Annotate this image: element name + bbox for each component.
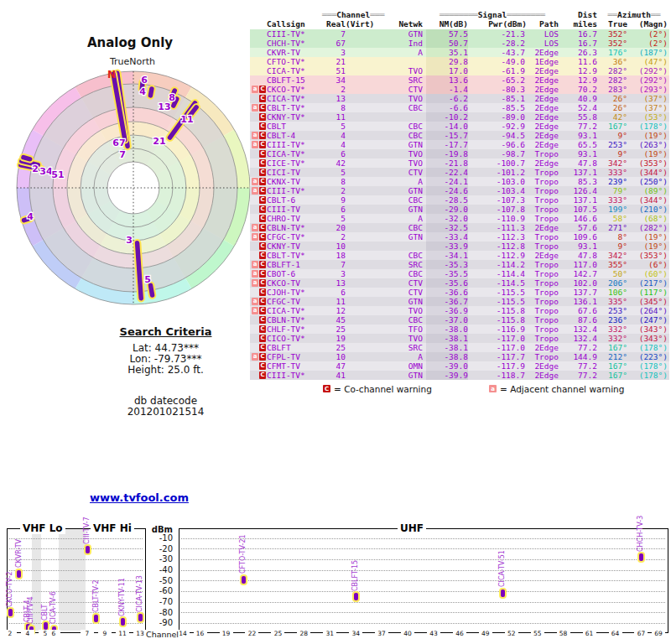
station-marker-CIII-TV-7 [84, 544, 91, 555]
height-value: Height: 25.0 ft. [63, 365, 268, 376]
adjacent-channel-warning-icon: a [252, 261, 258, 268]
azimuth-true-cell: 335° [601, 297, 627, 306]
nm-db-cell: 13.6 [426, 75, 468, 85]
dist-miles-cell: 117.0 [560, 260, 597, 269]
header-dist: Dist [578, 10, 597, 19]
tvfool-link[interactable]: www.tvfool.com [90, 491, 189, 504]
path-cell: Tropo [528, 315, 559, 325]
table-row: CBLFT-1534SRC13.6-65.22Edge12.9282°(292°… [250, 75, 669, 85]
real-channel-cell: 45 [322, 315, 346, 325]
dbm-gridline [181, 580, 665, 581]
station-label: CKVR-TV [15, 539, 23, 568]
col-true: True [601, 19, 627, 29]
network-cell: TVO [376, 306, 423, 315]
nm-db-cell: -34.1 [426, 251, 468, 260]
azimuth-true-cell: 26° [601, 94, 627, 103]
table-row: CCIII-TV6GTN-29.0-107.8Tropo107.5199°(21… [250, 205, 669, 214]
path-cell: 2Edge [528, 361, 559, 371]
radar-channel-label: 4 [27, 211, 34, 222]
nm-db-cell: -39.0 [426, 361, 468, 371]
co-channel-warning-icon: C [259, 288, 266, 296]
callsign-cell: CIII-TV* [267, 186, 322, 195]
real-channel-cell: 41 [322, 371, 346, 380]
col-netwk: Netwk [376, 19, 423, 29]
table-row: CHCH-TV*67Ind50.7-28.2LOS16.7352°(2°) [250, 39, 669, 48]
uhf-label: UHF [398, 522, 426, 534]
path-cell: Tropo [528, 242, 559, 251]
co-channel-warning-icon: C [259, 178, 266, 185]
station-label: CBLT-TV-2 [92, 580, 101, 613]
callsign-cell: CHRO-TV [267, 214, 322, 223]
nm-db-cell: -19.8 [426, 149, 468, 158]
nm-db-cell: -1.4 [426, 85, 468, 94]
virt-channel-cell [346, 29, 374, 39]
path-cell: Tropo [528, 149, 559, 158]
search-criteria: Search Criteria Lat: 44.73*** Lon: -79.7… [63, 325, 268, 376]
callsign-cell: CIII-TV* [267, 371, 322, 380]
real-channel-cell: 13 [322, 278, 346, 288]
table-row: CCICA-TV*13TVO-6.2-85.12Edge40.926°(37°) [250, 94, 669, 103]
nm-db-cell: -32.5 [426, 223, 468, 232]
virt-channel-cell [346, 214, 374, 223]
eq-rule: ══ [651, 10, 660, 19]
dbm-tick-label: -30 [148, 554, 173, 564]
azimuth-magn-cell: (345°) [631, 297, 668, 306]
dbm-gridline [9, 570, 143, 571]
co-channel-warning-icon: C [259, 141, 266, 148]
virt-channel-cell [346, 260, 374, 269]
azimuth-true-cell: 342° [601, 251, 627, 260]
channel-tick-label: 22 [245, 630, 258, 637]
pwr-dbm-cell: -117.7 [471, 352, 525, 361]
station-label: CBLFT-15 [351, 559, 360, 590]
pwr-dbm-cell: -103.4 [471, 186, 525, 195]
co-channel-warning-icon: C [259, 233, 266, 241]
network-cell: GTN [376, 371, 423, 380]
dist-miles-cell: 137.1 [560, 195, 597, 205]
table-header-groups: ═══Channel═══ ════════Signal════════ Dis… [0, 10, 671, 19]
path-cell: 2Edge [528, 103, 559, 112]
adjacent-channel-warning-icon: a [252, 141, 258, 148]
real-channel-cell: 21 [322, 57, 346, 66]
pwr-dbm-cell: -94.5 [471, 131, 525, 140]
channel-tick-label: 46 [453, 630, 466, 637]
path-cell: Tropo [528, 297, 559, 306]
dbm-gridline [181, 559, 665, 560]
table-row: CCBLT-TV*18CBC-34.1-112.92Edge47.8342°(3… [250, 251, 669, 260]
dist-miles-cell: 77.2 [560, 343, 597, 352]
pwr-dbm-cell: -85.5 [471, 103, 525, 112]
azimuth-magn-cell: (19°) [631, 131, 668, 140]
channel-tick-label: 58 [557, 630, 570, 637]
path-cell: Tropo [528, 177, 559, 186]
azimuth-true-cell: 355° [601, 260, 627, 269]
azimuth-magn-cell: (344°) [631, 168, 668, 177]
callsign-cell: CKNX-TV [267, 177, 322, 186]
pwr-dbm-cell: -114.4 [471, 269, 525, 278]
azimuth-magn-cell: (343°) [631, 334, 668, 343]
azimuth-magn-cell: (187°) [631, 48, 668, 57]
callsign-cell: CBLT-6 [267, 195, 322, 205]
channel-tick-label: 2 [3, 630, 17, 637]
callsign-cell: CBLT-4 [267, 131, 322, 140]
co-channel-warning-icon: C [259, 132, 266, 139]
table-row: CIII-TV*7GTN57.5-21.3LOS16.7352°(2°) [250, 29, 669, 39]
station-label: CFTO-TV-21 [239, 534, 247, 574]
table-row: aCCKNX-TV8A-24.1-103.0Tropo85.3239°(250°… [250, 177, 669, 186]
virt-channel-cell [346, 315, 374, 325]
dist-miles-cell: 126.4 [560, 186, 597, 195]
nm-db-cell: -17.7 [426, 140, 468, 149]
virt-channel-cell [346, 361, 374, 371]
dist-miles-cell: 93.1 [560, 242, 597, 251]
path-cell: 2Edge [528, 131, 559, 140]
dbm-gridline [181, 570, 665, 571]
virt-channel-cell [346, 205, 374, 214]
table-row: CCIII-TV*41GTN-39.9-118.72Edge77.2167°(1… [250, 371, 669, 380]
path-cell: Tropo [528, 186, 559, 195]
nm-db-cell: -24.6 [426, 186, 468, 195]
azimuth-magn-cell: (353°) [631, 158, 668, 168]
azimuth-magn-cell: (264°) [631, 306, 668, 315]
dist-miles-cell: 77.2 [560, 371, 597, 380]
adjacent-channel-warning-icon: a [252, 270, 258, 278]
col-magn: (Magn) [631, 19, 668, 29]
path-cell: 2Edge [528, 48, 559, 57]
co-channel-warning-icon: C [259, 261, 266, 268]
